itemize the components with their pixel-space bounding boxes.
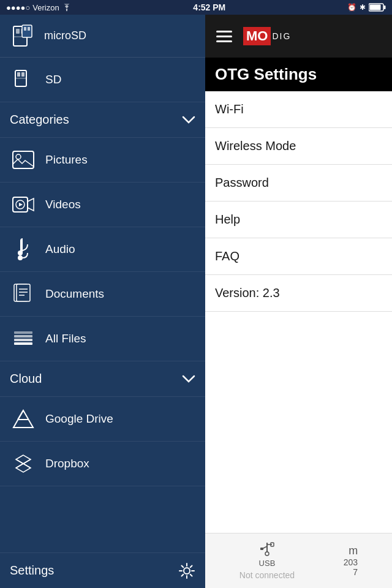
svg-rect-22 [17,284,30,301]
allfiles-icon [10,325,37,352]
sd-icon [10,66,37,93]
sidebar-item-allfiles[interactable]: All Files [0,317,205,361]
connection-status: Not connected [239,570,295,580]
googledrive-label: Google Drive [45,412,113,426]
svg-rect-29 [14,342,32,345]
svg-line-35 [23,459,31,464]
brand-m-text: MO [243,27,271,45]
status-bar: ●●●●○ Verizon 4:52 PM ⏰ ✱ [0,0,392,15]
svg-rect-13 [21,72,24,77]
svg-line-31 [18,410,23,420]
svg-line-36 [16,464,23,468]
svg-point-16 [16,154,21,159]
settings-item-help[interactable]: Help [205,202,392,238]
status-right: ⏰ ✱ [347,3,386,12]
svg-rect-44 [271,543,274,546]
right-title-bar: OTG Settings [205,58,392,91]
settings-gear-icon [178,562,195,579]
microsd-label: microSD [44,29,86,42]
svg-rect-28 [14,339,32,341]
settings-list: Wi-Fi Wireless Mode Password Help FAQ Ve… [205,91,392,533]
usb-section: USB Not connected [239,541,295,580]
settings-label: Settings [10,564,54,578]
settings-item-faq[interactable]: FAQ [205,238,392,275]
googledrive-icon [10,405,37,432]
hamburger-line-2 [216,36,232,37]
settings-item-wireless-mode[interactable]: Wireless Mode [205,128,392,165]
sidebar-item-videos[interactable]: Videos [0,183,205,227]
bluetooth-icon: ✱ [360,3,366,12]
videos-label: Videos [45,198,81,211]
sidebar-item-dropbox[interactable]: Dropbox [0,442,205,486]
main-layout: microSD SD Categories [0,15,392,588]
svg-line-37 [23,464,31,468]
pictures-label: Pictures [45,153,88,167]
svg-rect-42 [260,548,263,550]
audio-label: Audio [45,243,75,256]
svg-rect-14 [15,78,26,79]
sidebar: microSD SD Categories [0,15,205,588]
documents-icon [10,281,37,307]
svg-point-38 [184,568,190,574]
sidebar-item-pictures[interactable]: Pictures [0,138,205,183]
sidebar-header-microsd[interactable]: microSD [0,15,205,58]
settings-item-wifi[interactable]: Wi-Fi [205,91,392,128]
categories-section-header[interactable]: Categories [0,102,205,138]
hamburger-line-3 [216,40,232,42]
svg-rect-15 [13,151,34,168]
svg-marker-19 [19,203,23,206]
usb-icon [258,541,276,556]
allfiles-label: All Files [45,332,86,345]
cloud-chevron-icon [182,375,195,383]
pictures-icon [10,146,37,173]
svg-rect-8 [22,25,32,37]
audio-icon [10,236,37,263]
status-time: 4:52 PM [193,2,225,12]
microsd-icon [10,23,37,50]
status-left: ●●●●○ Verizon [6,3,72,12]
svg-point-0 [66,10,67,12]
documents-label: Documents [45,287,104,301]
svg-point-20 [18,255,23,260]
cloud-label: Cloud [10,372,42,386]
alarm-icon: ⏰ [347,3,356,12]
footer-m: m [349,545,358,557]
footer-num-2: 7 [353,567,358,577]
sidebar-item-audio[interactable]: Audio [0,227,205,272]
svg-rect-2 [384,6,386,9]
settings-item-version: Version: 2.3 [205,275,392,312]
usb-label: USB [259,559,276,568]
wifi-icon [62,4,72,11]
svg-rect-10 [28,27,30,31]
hamburger-line-1 [216,31,232,32]
svg-rect-27 [14,335,32,337]
sidebar-item-sd[interactable]: SD [0,58,205,102]
sidebar-item-documents[interactable]: Documents [0,272,205,317]
svg-rect-3 [370,5,381,10]
cloud-section-header[interactable]: Cloud [0,361,205,397]
dropbox-label: Dropbox [45,457,89,470]
page-title: OTG Settings [215,65,382,84]
settings-item-password[interactable]: Password [205,165,392,202]
right-footer: USB Not connected m 203 7 [205,533,392,588]
dropbox-icon [10,450,37,477]
svg-rect-9 [24,27,26,31]
svg-rect-26 [14,331,32,334]
battery-icon [369,3,386,12]
footer-num: 203 [344,557,358,567]
right-header: MO DIG [205,15,392,58]
carrier-label: Verizon [32,3,59,12]
categories-chevron-icon [182,116,195,124]
sidebar-footer-settings[interactable]: Settings [0,552,205,588]
hamburger-button[interactable] [213,27,236,46]
brand-sub-text: DIG [272,31,291,41]
categories-label: Categories [10,113,69,127]
signal-dots: ●●●●○ [6,3,30,12]
sidebar-item-googledrive[interactable]: Google Drive [0,397,205,442]
right-panel: MO DIG OTG Settings Wi-Fi Wireless Mode … [205,15,392,588]
svg-rect-12 [17,72,20,77]
videos-icon [10,191,37,218]
footer-right-info: m 203 7 [344,545,358,577]
brand-logo: MO DIG [243,27,291,45]
svg-line-34 [16,459,23,464]
